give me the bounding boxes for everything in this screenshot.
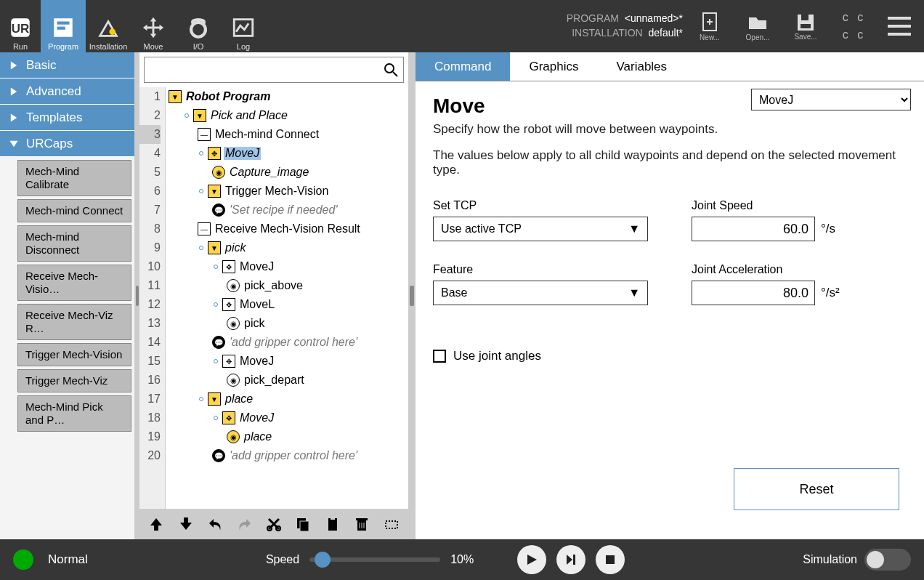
tab-graphics[interactable]: Graphics <box>510 52 597 81</box>
anchor-icon <box>214 416 218 420</box>
sidebar-cat-basic[interactable]: Basic <box>0 52 134 78</box>
command-panel: Command Graphics Variables Move MoveJ Sp… <box>416 52 924 539</box>
tree-node-label: Pick and Place <box>209 109 289 122</box>
splitter-left[interactable] <box>135 52 139 539</box>
paste-button[interactable] <box>323 514 342 534</box>
speed-label: Speed <box>266 553 299 566</box>
speed-slider[interactable] <box>309 557 440 562</box>
tree-node-label: pick <box>243 317 266 330</box>
sidebar-cat-templates[interactable]: Templates <box>0 105 134 131</box>
tab-command[interactable]: Command <box>416 52 510 81</box>
new-button[interactable]: New... <box>689 12 731 41</box>
urcap-item[interactable]: Trigger Mech-Vision <box>17 343 131 366</box>
search-icon[interactable] <box>383 62 399 78</box>
feature-select[interactable]: Base▼ <box>433 281 648 305</box>
checkbox-icon <box>433 350 446 363</box>
urcap-item[interactable]: Receive Mech-Visio… <box>17 265 131 301</box>
tree-node[interactable]: ◉Capture_image <box>166 163 408 182</box>
urcap-item[interactable]: Trigger Mech-Viz <box>17 369 131 392</box>
tree-node[interactable]: ✥MoveJ <box>166 352 408 371</box>
nav-log[interactable]: Log <box>221 0 266 52</box>
svg-rect-17 <box>328 518 337 531</box>
nav-move[interactable]: Move <box>131 0 176 52</box>
joint-acc-input[interactable] <box>692 281 815 305</box>
tree-node[interactable]: ◉pick_above <box>166 276 408 295</box>
copy-button[interactable] <box>293 514 312 534</box>
joint-speed-label: Joint Speed <box>692 199 907 212</box>
cc-indicator: c cc c <box>832 11 876 41</box>
chevron-right-icon <box>9 60 19 71</box>
save-button[interactable]: Save... <box>785 12 827 41</box>
joint-speed-input[interactable] <box>692 217 815 241</box>
chevron-down-icon <box>9 139 19 149</box>
tree-search-input[interactable] <box>149 64 383 76</box>
urcap-item[interactable]: Mech-Mind Pick and P… <box>17 395 131 432</box>
step-button[interactable] <box>556 545 585 574</box>
nav-program-label: Program <box>48 42 78 51</box>
tree-node[interactable]: ▼Robot Program <box>166 87 408 106</box>
hamburger-menu[interactable] <box>882 15 917 37</box>
new-file-icon <box>700 12 719 33</box>
tree-node[interactable]: ◉pick_depart <box>166 371 408 390</box>
urcap-item[interactable]: Mech-mind Connect <box>17 199 131 222</box>
joint-acc-unit: °/s² <box>821 286 840 300</box>
tree-node-label: pick_depart <box>243 374 306 387</box>
tab-variables[interactable]: Variables <box>597 52 686 81</box>
urcap-item[interactable]: Receive Mech-Viz R… <box>17 304 131 340</box>
program-tree[interactable]: ▼Robot Program▼Pick and Place—Mech-mind … <box>166 87 408 509</box>
set-tcp-select[interactable]: Use active TCP▼ <box>433 217 648 241</box>
suppress-button[interactable] <box>382 514 401 534</box>
wp-icon: ◉ <box>227 374 240 387</box>
nav-program[interactable]: Program <box>41 0 86 52</box>
program-icon <box>51 13 76 42</box>
open-button[interactable]: Open... <box>737 12 779 41</box>
tree-node[interactable]: ▼Pick and Place <box>166 106 408 125</box>
tree-node[interactable]: 💬'Set recipe if needed' <box>166 201 408 219</box>
delete-button[interactable] <box>352 514 371 534</box>
program-tree-panel: 1234567891011121314151617181920 ▼Robot P… <box>139 52 408 539</box>
tree-node[interactable]: —Receive Mech-Vision Result <box>166 219 408 238</box>
tree-node[interactable]: ✥MoveL <box>166 295 408 314</box>
tree-node[interactable]: ✥MoveJ <box>166 144 408 163</box>
svg-rect-11 <box>801 24 811 28</box>
tree-node[interactable]: ✥MoveJ <box>166 408 408 427</box>
tree-node[interactable]: —Mech-mind Connect <box>166 125 408 144</box>
tree-node[interactable]: ◉pick <box>166 314 408 333</box>
sidebar-cat-advanced[interactable]: Advanced <box>0 78 134 105</box>
nav-move-label: Move <box>144 42 163 51</box>
cut-button[interactable] <box>264 514 283 534</box>
undo-button[interactable] <box>206 514 224 534</box>
ur-logo-icon: UR <box>8 13 33 42</box>
move-type-select[interactable]: MoveJ <box>751 89 911 110</box>
wp-icon: ◉ <box>227 430 240 443</box>
urcap-item[interactable]: Mech-Mind Calibrate <box>17 160 131 196</box>
nav-run[interactable]: UR Run <box>0 0 41 52</box>
top-bar: UR Run Program Installation Move <box>0 0 924 52</box>
play-button[interactable] <box>517 545 546 574</box>
move-icon: ✥ <box>208 147 221 160</box>
tree-node[interactable]: 💬'add gripper control here' <box>166 446 408 465</box>
move-down-button[interactable] <box>176 514 195 534</box>
redo-button[interactable] <box>235 514 254 534</box>
anchor-icon <box>214 302 218 307</box>
tree-node[interactable]: 💬'add gripper control here' <box>166 333 408 352</box>
tree-node[interactable]: ▼place <box>166 390 408 408</box>
simulation-toggle[interactable] <box>864 549 911 571</box>
use-joint-angles-checkbox[interactable]: Use joint angles <box>433 349 907 363</box>
urcap-item[interactable]: Mech-mind Disconnect <box>17 225 131 262</box>
tree-node[interactable]: ▼pick <box>166 238 408 257</box>
sidebar-cat-urcaps[interactable]: URCaps <box>0 131 134 157</box>
reset-button[interactable]: Reset <box>734 468 899 510</box>
line-gutter: 1234567891011121314151617181920 <box>139 87 166 509</box>
tree-node-label: MoveJ <box>238 355 275 368</box>
tree-node[interactable]: ▼Trigger Mech-Vision <box>166 182 408 201</box>
tree-node[interactable]: ◉place <box>166 427 408 446</box>
stop-button[interactable] <box>596 545 625 574</box>
nav-installation[interactable]: Installation <box>86 0 131 52</box>
tree-node-label: MoveJ <box>238 260 275 273</box>
tree-node[interactable]: ✥MoveJ <box>166 257 408 276</box>
speed-value: 10% <box>450 553 474 566</box>
splitter-mid[interactable] <box>408 52 416 539</box>
nav-io[interactable]: I/O <box>176 0 221 52</box>
move-up-button[interactable] <box>147 514 166 534</box>
